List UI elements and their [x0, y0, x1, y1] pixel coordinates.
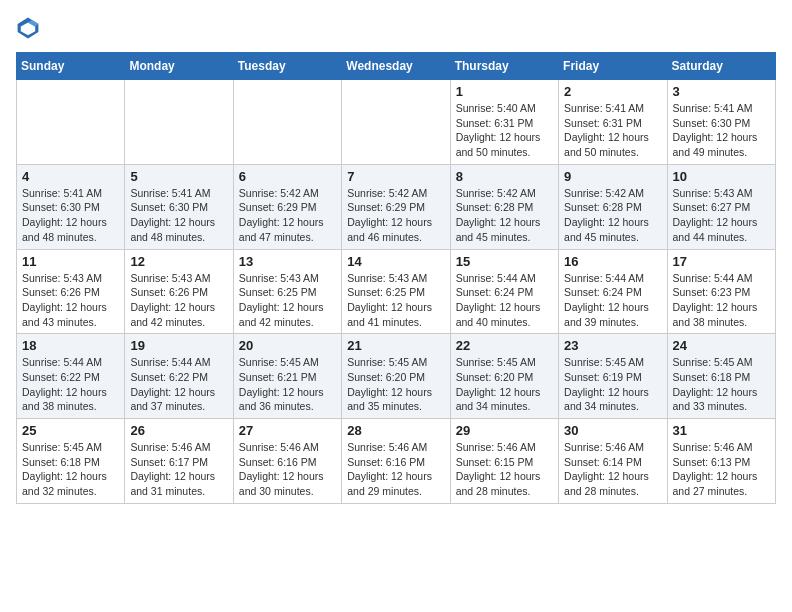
day-info: Sunrise: 5:45 AM Sunset: 6:19 PM Dayligh…	[564, 355, 661, 414]
day-number: 4	[22, 169, 119, 184]
calendar-table: SundayMondayTuesdayWednesdayThursdayFrid…	[16, 52, 776, 504]
day-info: Sunrise: 5:45 AM Sunset: 6:20 PM Dayligh…	[347, 355, 444, 414]
day-info: Sunrise: 5:41 AM Sunset: 6:30 PM Dayligh…	[673, 101, 770, 160]
calendar-cell: 18Sunrise: 5:44 AM Sunset: 6:22 PM Dayli…	[17, 334, 125, 419]
day-number: 25	[22, 423, 119, 438]
day-info: Sunrise: 5:43 AM Sunset: 6:25 PM Dayligh…	[239, 271, 336, 330]
day-number: 18	[22, 338, 119, 353]
day-number: 3	[673, 84, 770, 99]
calendar-cell: 2Sunrise: 5:41 AM Sunset: 6:31 PM Daylig…	[559, 80, 667, 165]
weekday-header-wednesday: Wednesday	[342, 53, 450, 80]
day-info: Sunrise: 5:44 AM Sunset: 6:23 PM Dayligh…	[673, 271, 770, 330]
calendar-cell: 17Sunrise: 5:44 AM Sunset: 6:23 PM Dayli…	[667, 249, 775, 334]
day-number: 6	[239, 169, 336, 184]
day-info: Sunrise: 5:43 AM Sunset: 6:25 PM Dayligh…	[347, 271, 444, 330]
calendar-cell: 15Sunrise: 5:44 AM Sunset: 6:24 PM Dayli…	[450, 249, 558, 334]
calendar-cell: 4Sunrise: 5:41 AM Sunset: 6:30 PM Daylig…	[17, 164, 125, 249]
calendar-week-3: 11Sunrise: 5:43 AM Sunset: 6:26 PM Dayli…	[17, 249, 776, 334]
calendar-cell: 9Sunrise: 5:42 AM Sunset: 6:28 PM Daylig…	[559, 164, 667, 249]
calendar-cell: 29Sunrise: 5:46 AM Sunset: 6:15 PM Dayli…	[450, 419, 558, 504]
day-info: Sunrise: 5:42 AM Sunset: 6:29 PM Dayligh…	[239, 186, 336, 245]
weekday-header-thursday: Thursday	[450, 53, 558, 80]
day-number: 28	[347, 423, 444, 438]
weekday-header-row: SundayMondayTuesdayWednesdayThursdayFrid…	[17, 53, 776, 80]
day-number: 22	[456, 338, 553, 353]
calendar-cell: 19Sunrise: 5:44 AM Sunset: 6:22 PM Dayli…	[125, 334, 233, 419]
day-info: Sunrise: 5:46 AM Sunset: 6:16 PM Dayligh…	[347, 440, 444, 499]
day-number: 20	[239, 338, 336, 353]
weekday-header-saturday: Saturday	[667, 53, 775, 80]
day-info: Sunrise: 5:43 AM Sunset: 6:26 PM Dayligh…	[130, 271, 227, 330]
calendar-cell: 3Sunrise: 5:41 AM Sunset: 6:30 PM Daylig…	[667, 80, 775, 165]
calendar-cell: 28Sunrise: 5:46 AM Sunset: 6:16 PM Dayli…	[342, 419, 450, 504]
calendar-cell: 31Sunrise: 5:46 AM Sunset: 6:13 PM Dayli…	[667, 419, 775, 504]
calendar-cell: 21Sunrise: 5:45 AM Sunset: 6:20 PM Dayli…	[342, 334, 450, 419]
calendar-cell	[233, 80, 341, 165]
day-info: Sunrise: 5:43 AM Sunset: 6:26 PM Dayligh…	[22, 271, 119, 330]
calendar-cell: 7Sunrise: 5:42 AM Sunset: 6:29 PM Daylig…	[342, 164, 450, 249]
day-info: Sunrise: 5:44 AM Sunset: 6:24 PM Dayligh…	[564, 271, 661, 330]
calendar-cell: 14Sunrise: 5:43 AM Sunset: 6:25 PM Dayli…	[342, 249, 450, 334]
calendar-cell: 23Sunrise: 5:45 AM Sunset: 6:19 PM Dayli…	[559, 334, 667, 419]
day-number: 23	[564, 338, 661, 353]
day-info: Sunrise: 5:41 AM Sunset: 6:30 PM Dayligh…	[22, 186, 119, 245]
day-number: 15	[456, 254, 553, 269]
day-number: 31	[673, 423, 770, 438]
weekday-header-friday: Friday	[559, 53, 667, 80]
calendar-cell: 5Sunrise: 5:41 AM Sunset: 6:30 PM Daylig…	[125, 164, 233, 249]
day-info: Sunrise: 5:44 AM Sunset: 6:24 PM Dayligh…	[456, 271, 553, 330]
day-info: Sunrise: 5:45 AM Sunset: 6:20 PM Dayligh…	[456, 355, 553, 414]
day-info: Sunrise: 5:45 AM Sunset: 6:21 PM Dayligh…	[239, 355, 336, 414]
calendar-cell	[125, 80, 233, 165]
day-info: Sunrise: 5:41 AM Sunset: 6:30 PM Dayligh…	[130, 186, 227, 245]
day-info: Sunrise: 5:46 AM Sunset: 6:13 PM Dayligh…	[673, 440, 770, 499]
day-number: 13	[239, 254, 336, 269]
day-number: 7	[347, 169, 444, 184]
day-info: Sunrise: 5:44 AM Sunset: 6:22 PM Dayligh…	[22, 355, 119, 414]
calendar-week-2: 4Sunrise: 5:41 AM Sunset: 6:30 PM Daylig…	[17, 164, 776, 249]
day-info: Sunrise: 5:46 AM Sunset: 6:15 PM Dayligh…	[456, 440, 553, 499]
calendar-week-5: 25Sunrise: 5:45 AM Sunset: 6:18 PM Dayli…	[17, 419, 776, 504]
calendar-cell: 11Sunrise: 5:43 AM Sunset: 6:26 PM Dayli…	[17, 249, 125, 334]
day-number: 14	[347, 254, 444, 269]
calendar-cell: 24Sunrise: 5:45 AM Sunset: 6:18 PM Dayli…	[667, 334, 775, 419]
calendar-cell: 22Sunrise: 5:45 AM Sunset: 6:20 PM Dayli…	[450, 334, 558, 419]
calendar-cell: 26Sunrise: 5:46 AM Sunset: 6:17 PM Dayli…	[125, 419, 233, 504]
day-info: Sunrise: 5:42 AM Sunset: 6:28 PM Dayligh…	[564, 186, 661, 245]
calendar-cell: 13Sunrise: 5:43 AM Sunset: 6:25 PM Dayli…	[233, 249, 341, 334]
day-number: 5	[130, 169, 227, 184]
day-number: 17	[673, 254, 770, 269]
day-info: Sunrise: 5:46 AM Sunset: 6:16 PM Dayligh…	[239, 440, 336, 499]
day-number: 9	[564, 169, 661, 184]
day-number: 27	[239, 423, 336, 438]
logo-icon	[16, 16, 40, 40]
weekday-header-sunday: Sunday	[17, 53, 125, 80]
calendar-cell: 20Sunrise: 5:45 AM Sunset: 6:21 PM Dayli…	[233, 334, 341, 419]
day-info: Sunrise: 5:41 AM Sunset: 6:31 PM Dayligh…	[564, 101, 661, 160]
day-number: 12	[130, 254, 227, 269]
day-number: 1	[456, 84, 553, 99]
day-number: 2	[564, 84, 661, 99]
day-info: Sunrise: 5:45 AM Sunset: 6:18 PM Dayligh…	[673, 355, 770, 414]
day-number: 29	[456, 423, 553, 438]
calendar-cell	[342, 80, 450, 165]
day-info: Sunrise: 5:46 AM Sunset: 6:17 PM Dayligh…	[130, 440, 227, 499]
calendar-cell: 6Sunrise: 5:42 AM Sunset: 6:29 PM Daylig…	[233, 164, 341, 249]
calendar-cell: 1Sunrise: 5:40 AM Sunset: 6:31 PM Daylig…	[450, 80, 558, 165]
day-number: 16	[564, 254, 661, 269]
calendar-week-1: 1Sunrise: 5:40 AM Sunset: 6:31 PM Daylig…	[17, 80, 776, 165]
day-number: 11	[22, 254, 119, 269]
calendar-cell: 27Sunrise: 5:46 AM Sunset: 6:16 PM Dayli…	[233, 419, 341, 504]
day-info: Sunrise: 5:45 AM Sunset: 6:18 PM Dayligh…	[22, 440, 119, 499]
day-info: Sunrise: 5:42 AM Sunset: 6:29 PM Dayligh…	[347, 186, 444, 245]
day-info: Sunrise: 5:44 AM Sunset: 6:22 PM Dayligh…	[130, 355, 227, 414]
calendar-cell: 25Sunrise: 5:45 AM Sunset: 6:18 PM Dayli…	[17, 419, 125, 504]
calendar-week-4: 18Sunrise: 5:44 AM Sunset: 6:22 PM Dayli…	[17, 334, 776, 419]
day-number: 26	[130, 423, 227, 438]
day-info: Sunrise: 5:42 AM Sunset: 6:28 PM Dayligh…	[456, 186, 553, 245]
calendar-cell: 12Sunrise: 5:43 AM Sunset: 6:26 PM Dayli…	[125, 249, 233, 334]
calendar-cell: 30Sunrise: 5:46 AM Sunset: 6:14 PM Dayli…	[559, 419, 667, 504]
day-number: 10	[673, 169, 770, 184]
calendar-cell: 8Sunrise: 5:42 AM Sunset: 6:28 PM Daylig…	[450, 164, 558, 249]
weekday-header-tuesday: Tuesday	[233, 53, 341, 80]
